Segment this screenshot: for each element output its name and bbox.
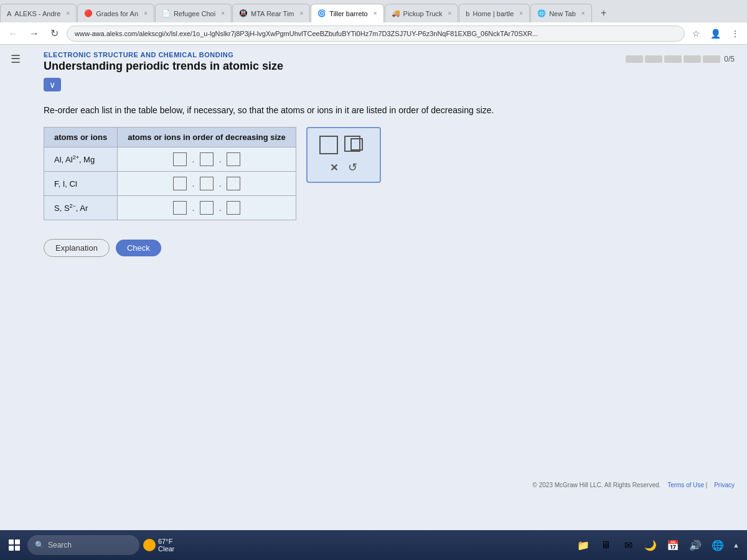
forward-button[interactable]: → — [26, 27, 42, 40]
panel-buttons-row: ✕ ↺ — [330, 161, 357, 174]
atoms-table: atoms or ions atoms or ions in order of … — [44, 127, 296, 220]
bottom-buttons: Explanation Check — [44, 239, 735, 257]
new-tab-button[interactable]: + — [595, 4, 613, 22]
weather-icon — [143, 539, 156, 551]
sys-tray: ▲ — [730, 541, 742, 549]
progress-seg-3 — [664, 55, 682, 63]
tab-bar: A ALEKS - Andre × 🔴 Grades for An × 📄 Re… — [0, 0, 747, 22]
sys-tray-time: ▲ — [733, 541, 740, 549]
right-panel: ✕ ↺ — [306, 127, 381, 183]
taskbar-icon-calendar[interactable]: 📅 — [663, 535, 683, 555]
reload-button[interactable]: ↻ — [47, 26, 62, 40]
table-row: Al, Al2+, Mg . . — [44, 147, 296, 172]
privacy-link[interactable]: Privacy — [714, 482, 735, 488]
table-row: S, S2−, Ar . . — [44, 196, 296, 220]
taskbar-icon-speaker[interactable]: 🔊 — [685, 535, 705, 555]
hamburger-icon[interactable]: ☰ — [11, 52, 21, 66]
address-input[interactable] — [67, 26, 685, 42]
profile-icon[interactable]: 👤 — [708, 27, 723, 40]
search-icon: 🔍 — [35, 541, 44, 549]
terms-link[interactable]: Terms of Use — [667, 482, 704, 488]
check-button[interactable]: Check — [116, 240, 161, 256]
progress-seg-1 — [626, 55, 643, 63]
tab-refugee[interactable]: 📄 Refugee Choi × — [155, 4, 232, 22]
taskbar-icon-file[interactable]: 📁 — [573, 535, 593, 555]
tab-close-grades[interactable]: × — [144, 10, 148, 17]
double-box-icon — [344, 136, 368, 154]
clear-button[interactable]: ✕ — [330, 162, 338, 174]
start-button[interactable] — [5, 536, 24, 554]
tab-icon-refugee: 📄 — [162, 9, 171, 17]
explanation-button[interactable]: Explanation — [44, 239, 110, 257]
box-row2-2[interactable] — [200, 177, 214, 190]
progress-seg-2 — [645, 55, 662, 63]
tab-close-refugee[interactable]: × — [221, 10, 225, 17]
page-content: ☰ ELECTRONIC STRUCTURE AND CHEMICAL BOND… — [0, 45, 747, 560]
table-row: F, I, Cl . . — [44, 172, 296, 196]
box-row3-2[interactable] — [200, 201, 214, 215]
page-footer: © 2023 McGraw Hill LLC. All Rights Reser… — [533, 482, 735, 488]
tab-home[interactable]: b Home | bartle × — [459, 4, 530, 22]
tab-tiller[interactable]: 🌀 Tiller barreto × — [311, 4, 383, 22]
tab-icon-home: b — [466, 10, 469, 17]
main-content: ELECTRONIC STRUCTURE AND CHEMICAL BONDIN… — [31, 45, 747, 269]
tab-close-pickup[interactable]: × — [448, 10, 452, 17]
box-row3-3[interactable] — [227, 201, 240, 215]
taskbar-icons: 📁 🖥 ✉ 🌙 📅 🔊 🌐 ▲ — [573, 535, 742, 555]
progress-container: 0/5 — [626, 55, 735, 63]
tab-icon-grades: 🔴 — [84, 9, 93, 17]
box-icon-front — [350, 138, 363, 151]
expand-button[interactable]: ∨ — [44, 78, 61, 91]
box-row1-1[interactable] — [173, 152, 187, 166]
taskbar-icon-monitor[interactable]: 🖥 — [596, 535, 616, 555]
boxes-row2: . . — [118, 172, 296, 196]
topic-title: Understanding periodic trends in atomic … — [44, 60, 283, 73]
bookmark-icon[interactable]: ☆ — [690, 27, 703, 40]
atoms-row3: S, S2−, Ar — [44, 196, 118, 220]
tab-close-tiller[interactable]: × — [374, 10, 377, 17]
progress-count: 0/5 — [724, 55, 735, 63]
box-row2-3[interactable] — [227, 177, 240, 190]
atoms-row2: F, I, Cl — [44, 172, 118, 196]
tab-close-newtab[interactable]: × — [581, 10, 585, 17]
taskbar-icon-mail[interactable]: ✉ — [618, 535, 638, 555]
tab-pickup[interactable]: 🚚 Pickup Truck × — [385, 4, 459, 22]
address-bar-row: ← → ↻ ☆ 👤 ⋮ — [0, 22, 747, 45]
tab-icon-pickup: 🚚 — [392, 9, 400, 17]
undo-button[interactable]: ↺ — [348, 161, 357, 174]
weather-temp: 67°F — [158, 538, 174, 545]
box-row3-1[interactable] — [173, 201, 187, 215]
tab-icon-mta: 🚇 — [239, 9, 248, 17]
browser-chrome: A ALEKS - Andre × 🔴 Grades for An × 📄 Re… — [0, 0, 747, 45]
weather-info: 67°F Clear — [158, 538, 174, 553]
boxes-row1: . . — [118, 147, 296, 172]
sidebar-toggle: ☰ — [0, 45, 31, 560]
box-row1-3[interactable] — [227, 152, 240, 166]
more-icon[interactable]: ⋮ — [728, 27, 742, 40]
tab-icon-aleks: A — [7, 10, 11, 17]
taskbar: 🔍 Search 67°F Clear 📁 🖥 ✉ 🌙 📅 🔊 🌐 ▲ — [0, 530, 747, 560]
tab-icon-newtab: 🌐 — [537, 9, 546, 17]
header-row: ELECTRONIC STRUCTURE AND CHEMICAL BONDIN… — [44, 51, 735, 98]
search-label: Search — [48, 541, 72, 549]
tab-close-aleks[interactable]: × — [66, 10, 70, 17]
tab-aleks[interactable]: A ALEKS - Andre × — [0, 4, 77, 22]
header-text: ELECTRONIC STRUCTURE AND CHEMICAL BONDIN… — [44, 51, 283, 91]
exercise-wrapper: atoms or ions atoms or ions in order of … — [44, 127, 735, 220]
back-button[interactable]: ← — [5, 27, 21, 40]
tab-close-mta[interactable]: × — [300, 10, 304, 17]
taskbar-icon-chrome[interactable]: 🌐 — [708, 535, 728, 555]
topic-label: ELECTRONIC STRUCTURE AND CHEMICAL BONDIN… — [44, 51, 283, 58]
tab-close-home[interactable]: × — [519, 10, 523, 17]
tab-mta[interactable]: 🚇 MTA Rear Tim × — [232, 4, 310, 22]
box-row1-2[interactable] — [200, 152, 214, 166]
box-row2-1[interactable] — [173, 177, 187, 190]
tab-grades[interactable]: 🔴 Grades for An × — [77, 4, 154, 22]
taskbar-icon-moon[interactable]: 🌙 — [641, 535, 660, 555]
taskbar-search[interactable]: 🔍 Search — [27, 535, 139, 555]
weather-desc: Clear — [158, 545, 174, 553]
tab-newtab[interactable]: 🌐 New Tab × — [530, 4, 591, 22]
single-box-icon — [319, 136, 338, 154]
col1-header: atoms or ions — [44, 128, 118, 147]
instructions: Re-order each list in the table below, i… — [44, 104, 735, 117]
